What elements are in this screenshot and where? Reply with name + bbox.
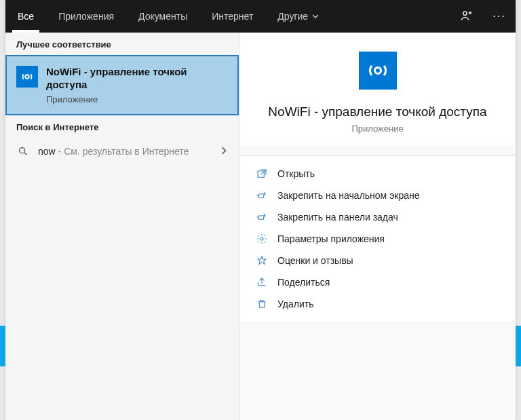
app-icon-large bbox=[359, 52, 397, 90]
action-settings[interactable]: Параметры приложения bbox=[248, 228, 507, 250]
action-delete[interactable]: Удалить bbox=[248, 293, 507, 315]
best-match-result[interactable]: NoWiFi - управление точкой доступа Прило… bbox=[5, 55, 239, 115]
detail-hero: NoWiFi - управление точкой доступа Прило… bbox=[239, 33, 516, 146]
result-title: NoWiFi - управление точкой доступа bbox=[46, 66, 228, 92]
tab-label: Приложения bbox=[58, 11, 114, 22]
action-label: Удалить bbox=[277, 299, 313, 309]
share-icon bbox=[256, 277, 268, 288]
action-pin-taskbar[interactable]: Закрепить на панели задач bbox=[248, 206, 507, 228]
action-label: Оценки и отзывы bbox=[277, 255, 353, 266]
action-label: Закрепить на панели задач bbox=[277, 212, 398, 223]
action-label: Открыть bbox=[277, 168, 315, 179]
pin-icon bbox=[256, 190, 268, 201]
tab-label: Другие bbox=[277, 11, 308, 22]
detail-subtitle: Приложение bbox=[256, 123, 499, 134]
web-query: now bbox=[38, 146, 56, 157]
tab-label: Все bbox=[18, 11, 34, 22]
tab-documents[interactable]: Документы bbox=[126, 0, 199, 33]
tab-label: Интернет bbox=[212, 11, 253, 22]
web-result[interactable]: now - См. результаты в Интернете bbox=[5, 138, 239, 165]
pin-icon bbox=[256, 212, 268, 223]
result-subtitle: Приложение bbox=[46, 94, 228, 104]
svg-point-1 bbox=[25, 75, 29, 79]
web-result-text: now - См. результаты в Интернете bbox=[38, 146, 212, 157]
more-button[interactable]: ··· bbox=[483, 0, 516, 33]
action-share[interactable]: Поделиться bbox=[248, 271, 507, 293]
open-icon bbox=[256, 168, 268, 179]
chevron-down-icon bbox=[312, 11, 319, 22]
app-icon bbox=[16, 66, 38, 88]
tab-other[interactable]: Другие bbox=[265, 0, 331, 33]
svg-point-2 bbox=[20, 147, 25, 153]
tab-all[interactable]: Все bbox=[5, 0, 46, 33]
trash-icon bbox=[256, 299, 268, 309]
feedback-button[interactable] bbox=[450, 0, 483, 33]
action-label: Поделиться bbox=[277, 277, 330, 288]
tabs: Все Приложения Документы Интернет Другие bbox=[5, 0, 331, 33]
action-label: Параметры приложения bbox=[277, 233, 385, 244]
tab-label: Документы bbox=[138, 11, 187, 22]
spacer bbox=[331, 0, 450, 33]
actions-list: Открыть Закрепить на начальном экране За… bbox=[239, 156, 516, 322]
action-pin-start[interactable]: Закрепить на начальном экране bbox=[248, 185, 507, 206]
search-panel: Все Приложения Документы Интернет Другие… bbox=[5, 0, 516, 420]
action-reviews[interactable]: Оценки и отзывы bbox=[248, 250, 507, 271]
detail-pane: NoWiFi - управление точкой доступа Прило… bbox=[239, 33, 516, 420]
web-suffix: - См. результаты в Интернете bbox=[56, 146, 189, 157]
web-search-label: Поиск в Интернете bbox=[5, 115, 239, 138]
svg-point-5 bbox=[260, 237, 263, 240]
header-bar: Все Приложения Документы Интернет Другие… bbox=[5, 0, 516, 33]
background-accent bbox=[0, 326, 5, 366]
svg-point-3 bbox=[374, 67, 381, 73]
result-text: NoWiFi - управление точкой доступа Прило… bbox=[46, 66, 228, 104]
svg-point-0 bbox=[463, 12, 467, 15]
best-match-label: Лучшее соответствие bbox=[5, 33, 239, 55]
detail-title: NoWiFi - управление точкой доступа bbox=[256, 104, 499, 119]
tab-internet[interactable]: Интернет bbox=[199, 0, 265, 33]
results-pane: Лучшее соответствие NoWiFi - управление … bbox=[5, 33, 239, 420]
star-icon bbox=[256, 255, 268, 266]
search-icon bbox=[16, 146, 30, 157]
body: Лучшее соответствие NoWiFi - управление … bbox=[5, 33, 516, 420]
gear-icon bbox=[256, 233, 268, 244]
chevron-right-icon bbox=[220, 146, 228, 157]
action-open[interactable]: Открыть bbox=[248, 163, 507, 185]
action-label: Закрепить на начальном экране bbox=[277, 190, 420, 201]
tab-apps[interactable]: Приложения bbox=[46, 0, 126, 33]
background-accent bbox=[516, 326, 521, 366]
